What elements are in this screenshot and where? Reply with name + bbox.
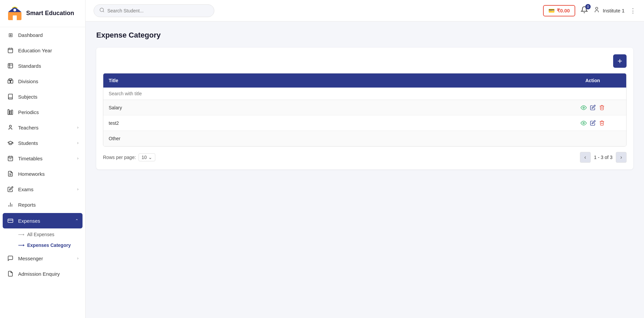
admission-icon <box>7 270 14 277</box>
svg-rect-14 <box>8 110 9 115</box>
svg-rect-2 <box>13 15 17 20</box>
table-row: Salary <box>103 100 626 115</box>
sidebar-item-reports[interactable]: Reports <box>0 197 85 212</box>
sidebar: Smart Education ⊞ Dashboard Education Ye… <box>0 0 86 318</box>
standards-icon <box>7 62 14 69</box>
edit-salary-icon[interactable] <box>590 105 596 110</box>
rupee-icon: 💳 <box>548 8 555 14</box>
table-search-row <box>103 88 626 100</box>
divisions-icon <box>7 77 14 85</box>
row-actions-test2 <box>559 117 626 129</box>
sidebar-label-messenger: Messenger <box>18 256 77 261</box>
pagination: ‹ 1 - 3 of 3 › <box>580 152 627 163</box>
svg-point-30 <box>100 8 104 12</box>
sidebar-subitem-all-expenses[interactable]: ⟶ All Expenses <box>0 229 85 240</box>
rupee-button[interactable]: 💳 ₹0.00 <box>543 5 575 16</box>
sidebar-item-subjects[interactable]: Subjects <box>0 89 85 104</box>
plus-icon: + <box>618 56 622 66</box>
sidebar-item-dashboard[interactable]: ⊞ Dashboard <box>0 27 85 43</box>
title-search-input[interactable] <box>103 88 626 100</box>
sidebar-subitem-expenses-category[interactable]: ⟶ Expenses Category <box>0 240 85 251</box>
header: 💳 ₹0.00 0 Institute 1 ⋮ <box>86 0 644 21</box>
students-chevron: › <box>77 141 78 145</box>
table-header: Title Action <box>103 73 626 88</box>
reports-icon <box>7 201 14 208</box>
sidebar-sublabel-expenses-category: Expenses Category <box>27 243 71 248</box>
sidebar-item-admission-enquiry[interactable]: Admission Enquiry <box>0 266 85 281</box>
table-row: test2 <box>103 115 626 131</box>
rows-per-page-value: 10 <box>142 155 147 160</box>
expenses-chevron: ⌃ <box>75 218 78 223</box>
svg-point-33 <box>583 107 585 108</box>
sidebar-item-timetables[interactable]: Timetables › <box>0 151 85 166</box>
sidebar-item-standards[interactable]: Standards <box>0 58 85 73</box>
delete-test2-icon[interactable] <box>599 120 605 126</box>
category-table: Title Action Salary <box>103 73 627 147</box>
row-actions-other <box>559 135 626 142</box>
rows-per-page: Rows per page: 10 ⌄ <box>103 153 155 161</box>
view-test2-icon[interactable] <box>581 120 587 126</box>
search-input[interactable] <box>107 8 209 13</box>
sidebar-item-homeworks[interactable]: Homeworks <box>0 166 85 181</box>
user-name: Institute 1 <box>603 8 625 13</box>
sidebar-item-exams[interactable]: Exams › <box>0 181 85 197</box>
sidebar-item-education-year[interactable]: Education Year <box>0 43 85 58</box>
logo-icon <box>7 5 23 21</box>
svg-point-17 <box>9 125 11 127</box>
search-icon <box>99 7 105 14</box>
messenger-chevron: › <box>77 256 78 261</box>
col-header-action: Action <box>559 73 626 88</box>
main-content: 💳 ₹0.00 0 Institute 1 ⋮ Expense Category <box>86 0 644 318</box>
sidebar-item-periodics[interactable]: Periodics <box>0 104 85 120</box>
sidebar-item-divisions[interactable]: Divisions <box>0 73 85 89</box>
app-name: Smart Education <box>26 10 74 17</box>
search-bar[interactable] <box>94 4 214 17</box>
pagination-info: 1 - 3 of 3 <box>594 155 612 160</box>
prev-page-button[interactable]: ‹ <box>580 152 591 163</box>
expenses-icon <box>7 217 14 224</box>
svg-rect-8 <box>8 63 13 68</box>
rupee-amount: ₹0.00 <box>557 8 570 14</box>
sidebar-item-teachers[interactable]: Teachers › <box>0 120 85 135</box>
user-info[interactable]: Institute 1 <box>593 6 625 15</box>
rows-per-page-select[interactable]: 10 ⌄ <box>139 153 155 161</box>
more-options-icon[interactable]: ⋮ <box>630 7 636 14</box>
sidebar-sublabel-all-expenses: All Expenses <box>27 232 54 237</box>
sidebar-item-expenses[interactable]: Expenses ⌃ <box>3 213 83 228</box>
table-row: Other <box>103 131 626 146</box>
row-actions-salary <box>559 101 626 114</box>
sidebar-item-students[interactable]: Students › <box>0 135 85 151</box>
edit-test2-icon[interactable] <box>590 120 596 126</box>
col-header-title: Title <box>103 73 559 88</box>
sidebar-label-reports: Reports <box>18 202 78 208</box>
add-category-button[interactable]: + <box>613 54 627 68</box>
rows-dropdown-icon: ⌄ <box>148 155 152 160</box>
timetables-chevron: › <box>77 156 78 161</box>
notification-button[interactable]: 0 <box>581 6 588 15</box>
sidebar-label-dashboard: Dashboard <box>18 32 78 38</box>
sub-arrow-all-expenses: ⟶ <box>18 232 24 237</box>
sub-arrow-expenses-category: ⟶ <box>18 243 24 248</box>
sidebar-item-messenger[interactable]: Messenger › <box>0 251 85 266</box>
sidebar-label-admission-enquiry: Admission Enquiry <box>18 271 78 277</box>
sidebar-label-education-year: Education Year <box>18 48 78 53</box>
sidebar-label-teachers: Teachers <box>18 125 77 130</box>
education-year-icon <box>7 47 14 54</box>
row-title-other: Other <box>103 132 559 145</box>
view-salary-icon[interactable] <box>581 105 587 111</box>
table-footer: Rows per page: 10 ⌄ ‹ 1 - 3 of 3 › <box>103 152 627 163</box>
sidebar-label-expenses: Expenses <box>18 218 75 224</box>
delete-salary-icon[interactable] <box>599 105 605 110</box>
messenger-icon <box>7 255 14 262</box>
svg-rect-28 <box>8 219 13 223</box>
notification-badge: 0 <box>585 4 591 9</box>
sidebar-label-exams: Exams <box>18 187 77 192</box>
subjects-icon <box>7 93 14 100</box>
dashboard-icon: ⊞ <box>7 31 14 39</box>
page-title: Expense Category <box>96 31 633 40</box>
periodics-icon <box>7 108 14 116</box>
header-right: 💳 ₹0.00 0 Institute 1 ⋮ <box>543 5 636 16</box>
sidebar-label-periodics: Periodics <box>18 109 78 115</box>
svg-point-3 <box>13 9 16 11</box>
next-page-button[interactable]: › <box>616 152 627 163</box>
